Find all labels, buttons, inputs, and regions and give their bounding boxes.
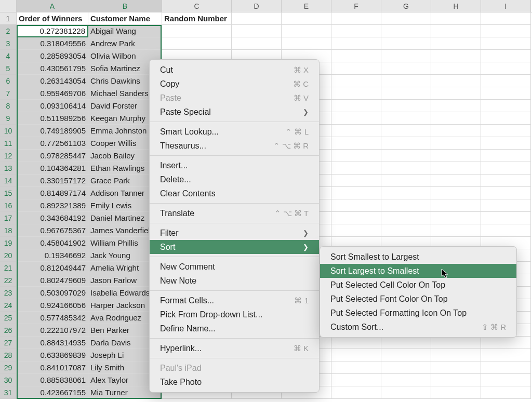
col-header-G[interactable]: G bbox=[381, 0, 431, 12]
cell[interactable] bbox=[431, 337, 481, 349]
sort-custom[interactable]: Custom Sort...⇧ ⌘ R bbox=[320, 320, 516, 334]
cell[interactable] bbox=[481, 137, 531, 150]
cell-A25[interactable]: 0.577485342 bbox=[17, 312, 88, 324]
cell[interactable] bbox=[431, 62, 481, 75]
cell[interactable] bbox=[481, 212, 531, 224]
cell[interactable] bbox=[431, 349, 481, 361]
cell-A16[interactable]: 0.892321389 bbox=[17, 199, 88, 212]
cell[interactable] bbox=[481, 224, 531, 237]
cell[interactable] bbox=[431, 361, 481, 374]
cell-A1[interactable]: Order of Winners bbox=[17, 12, 88, 25]
cell[interactable] bbox=[381, 349, 431, 361]
cell[interactable] bbox=[381, 25, 431, 37]
cell-A14[interactable]: 0.330157172 bbox=[17, 175, 88, 187]
col-header-H[interactable]: H bbox=[431, 0, 481, 12]
row-header-18[interactable]: 18 bbox=[0, 224, 17, 237]
ctx-format-cells[interactable]: Format Cells...⌘ 1 bbox=[150, 293, 319, 307]
cell-A9[interactable]: 0.511989256 bbox=[17, 112, 88, 125]
cell-A15[interactable]: 0.814897174 bbox=[17, 187, 88, 199]
row-header-20[interactable]: 20 bbox=[0, 249, 17, 262]
cell-A8[interactable]: 0.093106414 bbox=[17, 100, 88, 112]
cell[interactable] bbox=[331, 175, 381, 187]
cell[interactable] bbox=[331, 75, 381, 87]
row-header-31[interactable]: 31 bbox=[0, 386, 17, 399]
cell-A27[interactable]: 0.884314935 bbox=[17, 337, 88, 349]
cell[interactable] bbox=[481, 75, 531, 87]
cell[interactable] bbox=[481, 62, 531, 75]
cell[interactable] bbox=[431, 37, 481, 50]
cell[interactable] bbox=[232, 25, 282, 37]
cell-B1[interactable]: Customer Name bbox=[88, 12, 162, 25]
cell-A31[interactable]: 0.423667155 bbox=[17, 386, 88, 399]
row-header-14[interactable]: 14 bbox=[0, 175, 17, 187]
cell[interactable] bbox=[481, 337, 531, 349]
row-header-12[interactable]: 12 bbox=[0, 150, 17, 162]
row-header-9[interactable]: 9 bbox=[0, 112, 17, 125]
row-header-25[interactable]: 25 bbox=[0, 312, 17, 324]
cell[interactable] bbox=[331, 361, 381, 374]
cell-A30[interactable]: 0.885838061 bbox=[17, 374, 88, 386]
sort-font-color-top[interactable]: Put Selected Font Color On Top bbox=[320, 292, 516, 306]
cell[interactable] bbox=[381, 50, 431, 62]
cell[interactable] bbox=[331, 137, 381, 150]
cell[interactable] bbox=[331, 125, 381, 137]
cell[interactable] bbox=[331, 386, 381, 399]
col-header-D[interactable]: D bbox=[232, 0, 282, 12]
cell-A19[interactable]: 0.458041902 bbox=[17, 237, 88, 249]
cell[interactable] bbox=[331, 112, 381, 125]
cell[interactable] bbox=[431, 150, 481, 162]
cell[interactable] bbox=[381, 386, 431, 399]
row-header-29[interactable]: 29 bbox=[0, 361, 17, 374]
cell[interactable] bbox=[481, 12, 531, 25]
cell-A3[interactable]: 0.318049556 bbox=[17, 37, 88, 50]
row-header-17[interactable]: 17 bbox=[0, 212, 17, 224]
ctx-paste[interactable]: Paste⌘ V bbox=[150, 91, 319, 105]
cell-A21[interactable]: 0.812049447 bbox=[17, 262, 88, 274]
cell[interactable] bbox=[481, 199, 531, 212]
cell[interactable] bbox=[431, 386, 481, 399]
cell-B3[interactable]: Andrew Park bbox=[88, 37, 162, 50]
row-header-22[interactable]: 22 bbox=[0, 274, 17, 287]
row-header-8[interactable]: 8 bbox=[0, 100, 17, 112]
cell[interactable] bbox=[481, 386, 531, 399]
row-header-19[interactable]: 19 bbox=[0, 237, 17, 249]
row-header-13[interactable]: 13 bbox=[0, 162, 17, 175]
cell[interactable] bbox=[381, 75, 431, 87]
cell[interactable] bbox=[381, 112, 431, 125]
col-header-E[interactable]: E bbox=[282, 0, 331, 12]
row-header-23[interactable]: 23 bbox=[0, 287, 17, 299]
cell-A28[interactable]: 0.633869839 bbox=[17, 349, 88, 361]
cell[interactable] bbox=[331, 25, 381, 37]
ctx-insert[interactable]: Insert... bbox=[150, 158, 319, 172]
cell[interactable] bbox=[282, 25, 331, 37]
cell-A23[interactable]: 0.503097029 bbox=[17, 287, 88, 299]
col-header-A[interactable]: A bbox=[17, 0, 88, 12]
cell[interactable] bbox=[232, 37, 282, 50]
ctx-new-comment[interactable]: New Comment bbox=[150, 260, 319, 274]
cell[interactable] bbox=[481, 25, 531, 37]
cell-A26[interactable]: 0.222107972 bbox=[17, 324, 88, 337]
cell[interactable] bbox=[381, 137, 431, 150]
cell[interactable] bbox=[431, 374, 481, 386]
row-header-21[interactable]: 21 bbox=[0, 262, 17, 274]
row-header-11[interactable]: 11 bbox=[0, 137, 17, 150]
cell[interactable] bbox=[481, 112, 531, 125]
cell[interactable] bbox=[331, 337, 381, 349]
select-all-corner[interactable] bbox=[0, 0, 17, 12]
cell[interactable] bbox=[481, 87, 531, 100]
cell[interactable] bbox=[481, 349, 531, 361]
cell-C1[interactable]: Random Number bbox=[162, 12, 232, 25]
cell[interactable] bbox=[481, 361, 531, 374]
cell[interactable] bbox=[481, 374, 531, 386]
row-header-28[interactable]: 28 bbox=[0, 349, 17, 361]
col-header-F[interactable]: F bbox=[331, 0, 381, 12]
row-header-6[interactable]: 6 bbox=[0, 75, 17, 87]
cell[interactable] bbox=[381, 224, 431, 237]
ctx-cut[interactable]: Cut⌘ X bbox=[150, 63, 319, 77]
ctx-translate[interactable]: Translate⌃ ⌥ ⌘ T bbox=[150, 206, 319, 220]
cell-A17[interactable]: 0.343684192 bbox=[17, 212, 88, 224]
cell-B2[interactable]: Abigail Wang bbox=[88, 25, 162, 37]
cell[interactable] bbox=[431, 100, 481, 112]
cell[interactable] bbox=[431, 75, 481, 87]
cell-A12[interactable]: 0.978285447 bbox=[17, 150, 88, 162]
